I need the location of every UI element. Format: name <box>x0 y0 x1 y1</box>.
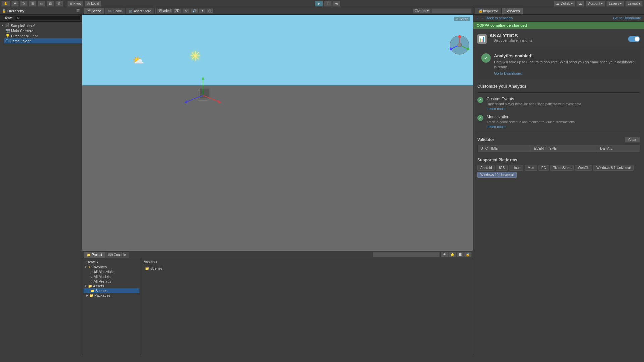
assets-arrow: ▼ <box>84 285 87 288</box>
pivot-icon: ⊕ <box>70 2 72 5</box>
project-scenes[interactable]: 📁 Scenes <box>84 288 139 293</box>
hierarchy-search-input[interactable] <box>15 15 80 21</box>
platform-badge-android[interactable]: Android <box>477 165 495 171</box>
project-all-models[interactable]: ○ All Models <box>84 274 139 279</box>
validator-section: Validator Clear UTC TIME EVENT TYPE DETA… <box>473 135 644 154</box>
project-packages[interactable]: ▶ 📁 Packages <box>84 293 139 298</box>
project-create-label[interactable]: Create ▾ <box>84 260 100 264</box>
scene-icon: 🎬 <box>5 23 10 28</box>
assets-path-root[interactable]: Assets <box>144 260 155 264</box>
project-favorites-group[interactable]: ▼ ★ Favorites <box>84 265 139 269</box>
analytics-enabled-box: ✓ Analytics enabled! Data will take up t… <box>477 50 640 79</box>
platform-badge-windows-10-universal[interactable]: Windows 10 Universal <box>477 172 517 178</box>
custom-events-link[interactable]: Learn more <box>487 107 505 111</box>
layers-btn[interactable]: Layers ▾ <box>606 1 624 7</box>
hierarchy-menu-icon[interactable]: ☰ <box>76 9 80 13</box>
back-to-services-link[interactable]: ← Back to services <box>481 16 513 20</box>
analytics-icon: 📊 <box>477 34 487 44</box>
services-content: ← ← Back to services Go to Dashboard COP… <box>473 15 644 355</box>
tab-console[interactable]: ⌨ Console <box>105 251 129 258</box>
project-tab-icon: 📁 <box>87 253 91 257</box>
project-create-btn[interactable]: Create ▾ <box>84 260 139 265</box>
view-2d-btn[interactable]: 2D <box>173 8 182 14</box>
platform-badge-mac[interactable]: Mac <box>525 165 537 171</box>
rect-tool[interactable]: ▭ <box>38 1 45 7</box>
assets-panel: Assets › 📁 Scenes <box>141 258 473 355</box>
persp-label: < Persp <box>454 17 470 21</box>
analytics-toggle[interactable] <box>628 36 640 42</box>
transform-tool[interactable]: ⊡ <box>47 1 54 7</box>
bottom-tabs: 📁 Project ⌨ Console 👁 ⭐ ☰ 🔒 <box>82 251 473 258</box>
collab-btn[interactable]: ☁ Collab ▾ <box>554 1 575 7</box>
pivot-btn[interactable]: ⊕ Pivot <box>67 1 83 7</box>
tab-scene[interactable]: 🎬 Scene <box>84 8 104 14</box>
platform-badge-tizen-store[interactable]: Tizen Store <box>550 165 574 171</box>
platform-badge-pc[interactable]: PC <box>538 165 549 171</box>
project-eye-btn[interactable]: 👁 <box>441 252 448 257</box>
goto-dashboard-btn[interactable]: Go to Dashboard <box>613 16 641 20</box>
tab-inspector[interactable]: 🔒 Inspector <box>475 8 502 14</box>
cloud-btn[interactable]: ☁ <box>576 1 584 7</box>
account-btn[interactable]: Account ▾ <box>586 1 605 7</box>
project-star-btn[interactable]: ⭐ <box>448 252 457 257</box>
collab-icon: ☁ <box>556 2 559 5</box>
assets-label: Assets <box>93 284 104 288</box>
platform-badge-windows-8.1-universal[interactable]: Windows 8.1 Universal <box>593 165 634 171</box>
hierarchy-title: Hierarchy <box>7 9 24 13</box>
viewport[interactable]: < Persp Y ✳ ⛅ <box>82 15 473 251</box>
tab-game[interactable]: 🎮 Game <box>105 8 125 14</box>
custom-tool[interactable]: ⚙ <box>55 1 63 7</box>
project-menu-btn[interactable]: ☰ <box>457 252 464 257</box>
layout-label: Layout ▾ <box>628 2 640 5</box>
svg-point-8 <box>458 43 462 47</box>
assets-folder-icon: 📁 <box>88 284 92 288</box>
tab-asset-store[interactable]: 🛒 Asset Store <box>126 8 154 14</box>
skybox-toggle[interactable]: ⬡ <box>206 8 213 14</box>
step-button[interactable]: ⏭ <box>332 1 340 7</box>
project-lock-btn[interactable]: 🔒 <box>464 252 472 257</box>
hierarchy-lock-icon: 🔒 <box>2 9 6 13</box>
custom-events-item: ✓ Custom Events Understand player behavi… <box>473 95 644 113</box>
light-toggle[interactable]: ☀ <box>182 8 190 14</box>
project-all-materials[interactable]: ○ All Materials <box>84 269 139 274</box>
gizmos-dropdown[interactable]: Gizmos ▾ <box>413 8 431 14</box>
shading-dropdown[interactable]: Shaded <box>157 8 172 14</box>
favorites-label: Favorites <box>92 265 107 269</box>
hierarchy-item-gameobject[interactable]: ⬡ GameObject <box>4 38 82 43</box>
hierarchy-create-btn[interactable]: Create <box>1 16 14 20</box>
tab-services[interactable]: Services <box>502 8 523 14</box>
camera-icon: 📷 <box>5 28 10 33</box>
platform-badge-webgl[interactable]: WebGL <box>575 165 592 171</box>
rotate-tool[interactable]: ↻ <box>20 1 28 7</box>
collab-label: Collab ▾ <box>560 2 573 5</box>
search-scene-btn[interactable] <box>431 8 472 14</box>
hierarchy-item-camera[interactable]: 📷 Main Camera <box>4 28 82 33</box>
analytics-title: ANALYTICS <box>489 33 625 38</box>
local-btn[interactable]: ◎ Local <box>85 1 101 7</box>
gizmo-svg: Y <box>449 35 470 55</box>
project-search-btn[interactable] <box>373 252 440 257</box>
hand-tool[interactable]: ✋ <box>1 1 10 7</box>
clear-btn[interactable]: Clear <box>625 137 640 143</box>
project-all-prefabs[interactable]: ○ All Prefabs <box>84 279 139 284</box>
fx-toggle[interactable]: ✦ <box>199 8 206 14</box>
project-assets-group[interactable]: ▼ 📁 Assets <box>84 284 139 288</box>
monetization-link[interactable]: Learn more <box>487 125 505 129</box>
scale-tool[interactable]: ⊞ <box>29 1 36 7</box>
gizmo-compass[interactable]: Y <box>449 35 470 55</box>
hierarchy-item-light[interactable]: 💡 Directional Light <box>4 33 82 38</box>
layout-btn[interactable]: Layout ▾ <box>625 1 643 7</box>
move-tool[interactable]: ✛ <box>11 1 19 7</box>
asset-scenes-folder[interactable]: 📁 Scenes <box>144 266 470 271</box>
pause-button[interactable]: ⏸ <box>324 1 332 7</box>
hierarchy-item-scene[interactable]: ▼ 🎬 SampleScene* <box>0 23 82 28</box>
console-tab-icon: ⌨ <box>108 253 113 257</box>
audio-toggle[interactable]: 🔊 <box>190 8 198 14</box>
platform-badge-ios[interactable]: iOS <box>496 165 508 171</box>
play-button[interactable]: ▶ <box>315 1 323 7</box>
tab-project[interactable]: 📁 Project <box>84 251 105 258</box>
platform-badge-linux[interactable]: Linux <box>509 165 523 171</box>
svg-marker-16 <box>184 100 187 103</box>
analytics-goto-dashboard-link[interactable]: Go to Dashboard <box>494 71 522 75</box>
monetization-title: Monetization <box>487 115 576 119</box>
